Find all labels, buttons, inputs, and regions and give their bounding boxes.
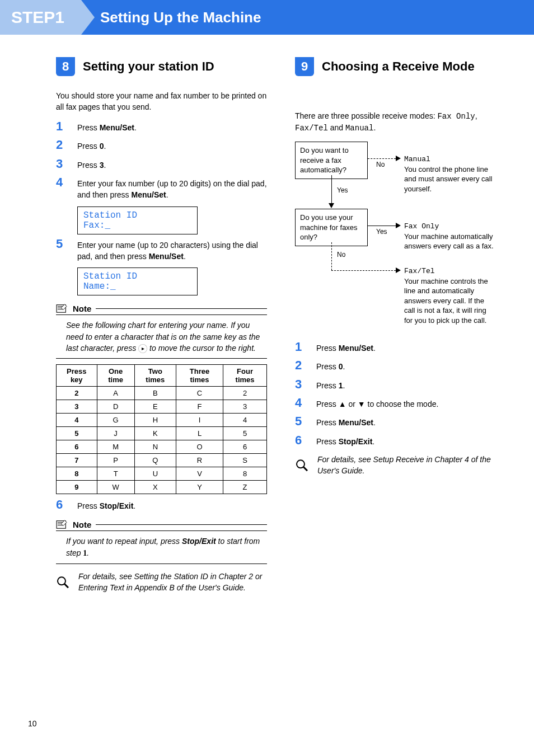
table-cell: D: [97, 400, 134, 414]
th: Press key: [57, 365, 97, 387]
divider: [56, 358, 267, 359]
svg-point-4: [297, 460, 305, 468]
table-row: 8TUV8: [57, 467, 267, 481]
step-label: STEP1: [11, 8, 64, 27]
step-5: 5 Press Menu/Set.: [295, 415, 506, 428]
step-body: Press 0.: [316, 361, 506, 372]
table-cell: N: [134, 440, 176, 454]
step-number: 4: [295, 397, 307, 409]
magnifier-icon: [295, 454, 308, 477]
flowchart: Do you want to receive a fax automatical…: [295, 142, 506, 332]
table-cell: H: [134, 414, 176, 427]
connector: [331, 242, 332, 270]
section-heading-9: 9 Choosing a Receive Mode: [295, 57, 506, 76]
table-cell: X: [134, 481, 176, 494]
th: Three times: [176, 365, 223, 387]
step-4: 4 Press ▲ or ▼ to choose the mode.: [295, 397, 506, 410]
svg-line-3: [64, 584, 68, 588]
connector: [331, 270, 396, 271]
step-body: Enter your name (up to 20 characters) us…: [77, 240, 267, 262]
divider: [96, 524, 267, 525]
th: Four times: [223, 365, 267, 387]
table-row: 9WXYZ: [57, 481, 267, 494]
step-body: Press Menu/Set.: [316, 417, 506, 428]
table-cell: 7: [57, 454, 97, 467]
table-cell: U: [134, 467, 176, 481]
step-1: 1 Press Menu/Set.: [295, 341, 506, 354]
connector: [331, 175, 332, 206]
table-row: 3DEF3: [57, 400, 267, 414]
divider: [56, 564, 267, 564]
table-cell: O: [176, 440, 223, 454]
note-heading: Note: [56, 519, 267, 529]
table-row: 6MNO6: [57, 440, 267, 454]
table-cell: Q: [134, 454, 176, 467]
table-cell: 3: [57, 400, 97, 414]
arrow-right-icon: [396, 223, 401, 228]
divider: [56, 314, 267, 315]
step-number: 1: [56, 120, 68, 133]
fc-result-manual: ManualYou control the phone line and mus…: [404, 154, 494, 194]
step-body: Press Menu/Set.: [77, 122, 267, 133]
right-steps: 1 Press Menu/Set. 2 Press 0. 3 Press 1. …: [295, 341, 506, 447]
divider: [96, 308, 267, 309]
reference-text: For details, see Setup Receive in Chapte…: [317, 454, 506, 477]
table-cell: P: [97, 454, 134, 467]
section-intro: There are three possible receive modes: …: [295, 111, 506, 134]
step-body: Press Stop/Exit.: [316, 436, 506, 447]
step-number: 3: [56, 158, 68, 170]
table-cell: S: [223, 454, 267, 467]
step-number: 3: [295, 378, 307, 391]
table-cell: F: [176, 400, 223, 414]
reference-row: For details, see Setup Receive in Chapte…: [295, 454, 506, 477]
table-cell: 9: [57, 481, 97, 494]
table-cell: 5: [223, 427, 267, 440]
step-number: 5: [295, 415, 307, 428]
step-6: 6 Press Stop/Exit.: [56, 499, 267, 511]
step-body: Enter your fax number (up to 20 digits) …: [77, 178, 267, 201]
table-cell: Y: [176, 481, 223, 494]
arrow-right-icon: [396, 156, 401, 161]
svg-point-2: [58, 577, 65, 585]
table-cell: 4: [223, 414, 267, 427]
step-6: 6 Press Stop/Exit.: [295, 434, 506, 447]
svg-line-5: [303, 467, 307, 471]
left-column: 8 Setting your station ID You should sto…: [56, 57, 267, 594]
magnifier-icon: [56, 571, 69, 594]
step-number: 4: [56, 176, 68, 189]
step-3: 3 Press 1.: [295, 378, 506, 391]
section-number: 8: [56, 57, 75, 76]
table-cell: L: [176, 427, 223, 440]
note-heading: Note: [56, 303, 267, 313]
table-row: 5JKL5: [57, 427, 267, 440]
step-4: 4 Enter your fax number (up to 20 digits…: [56, 176, 267, 201]
step-number: 1: [295, 341, 307, 353]
fc-question-2: Do you use your machine for faxes only?: [295, 209, 368, 246]
table-row: 7PQRS: [57, 454, 267, 467]
th: One time: [97, 365, 134, 387]
fc-result-faxtel: Fax/TelYour machine controls the line an…: [404, 266, 494, 325]
th: Two times: [134, 365, 176, 387]
table-row: 4GHI4: [57, 414, 267, 427]
step-3: 3 Press 3.: [56, 158, 267, 171]
character-table: Press key One time Two times Three times…: [56, 364, 267, 494]
table-cell: 8: [223, 467, 267, 481]
step-body: Press Menu/Set.: [316, 342, 506, 354]
reference-text: For details, see Setting the Station ID …: [78, 571, 267, 594]
table-cell: 6: [223, 440, 267, 454]
note-label: Note: [73, 304, 91, 313]
fc-result-faxonly: Fax OnlyYour machine automatically answe…: [404, 221, 494, 251]
table-cell: V: [176, 467, 223, 481]
connector: [368, 158, 396, 159]
header-title: Setting Up the Machine: [100, 9, 261, 26]
step-5: 5 Enter your name (up to 20 characters) …: [56, 238, 267, 262]
table-cell: 2: [57, 387, 97, 400]
lcd-display-fax: Station ID Fax:_: [77, 206, 198, 234]
table-cell: A: [97, 387, 134, 400]
table-cell: E: [134, 400, 176, 414]
step-box: STEP1: [0, 0, 81, 35]
step-number: 2: [295, 359, 307, 372]
fc-label-no: No: [376, 161, 385, 168]
table-cell: W: [97, 481, 134, 494]
table-cell: J: [97, 427, 134, 440]
